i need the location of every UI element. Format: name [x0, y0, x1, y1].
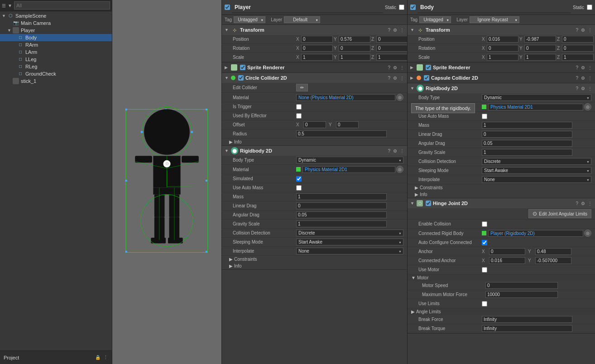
more-icon[interactable]: ⋮ — [400, 28, 404, 33]
body-position-x[interactable] — [487, 36, 518, 43]
body-rb-material-btn[interactable]: ◎ — [584, 103, 591, 110]
rb-material-select-btn[interactable]: ◎ — [396, 166, 403, 173]
break-force-input[interactable] — [482, 316, 572, 323]
settings-icon[interactable]: ⚙ — [393, 65, 397, 70]
use-auto-mass-checkbox[interactable] — [296, 185, 302, 191]
connected-rb-select-btn[interactable]: ◎ — [584, 230, 591, 237]
collider-material-input[interactable] — [296, 94, 395, 101]
scale-y[interactable] — [339, 54, 370, 61]
body-constraints-foldout[interactable]: ▶ Constraints — [408, 184, 595, 191]
body-layer-dropdown[interactable]: Ignore Raycast — [470, 16, 519, 23]
body-static-checkbox[interactable] — [587, 5, 592, 10]
tag-dropdown[interactable]: Untagged — [234, 16, 265, 23]
transform-header[interactable]: ▼ ⊹ Transform ? ⚙ ⋮ — [222, 25, 407, 35]
body-mass-input[interactable] — [482, 122, 572, 129]
edit-collider-button[interactable]: ✏ — [296, 84, 308, 91]
circle-collider-checkbox[interactable] — [238, 75, 244, 81]
body-rot-x[interactable] — [487, 45, 518, 52]
angle-limits-foldout[interactable]: ▶ Angle Limits — [408, 308, 595, 315]
body-transform-header[interactable]: ▼ ⊹ Transform ? ⚙ ⋮ — [408, 25, 595, 35]
enable-collision-checkbox[interactable] — [482, 221, 487, 227]
rotation-y[interactable] — [339, 45, 370, 52]
scale-z[interactable] — [376, 54, 407, 61]
body-interpolate-dropdown[interactable]: None — [482, 176, 591, 183]
body-gravity-scale-input[interactable] — [482, 149, 572, 156]
anchor-x[interactable] — [489, 248, 525, 255]
body-sprite-checkbox[interactable] — [426, 65, 431, 70]
search-input[interactable] — [14, 1, 110, 10]
scale-x[interactable] — [301, 54, 333, 61]
body-sleeping-mode-dropdown[interactable]: Start Awake — [482, 167, 591, 174]
more-icon[interactable]: ⋮ — [588, 28, 592, 33]
position-z[interactable] — [376, 36, 407, 43]
collision-detection-dropdown[interactable]: Discrete — [296, 230, 403, 236]
more-icon[interactable]: ⋮ — [588, 201, 592, 206]
body-rb-body-type-dropdown[interactable]: Dynamic — [482, 94, 591, 101]
rb-info-foldout[interactable]: ▶ Info — [222, 263, 407, 269]
linear-drag-input[interactable] — [296, 202, 387, 209]
connected-anchor-y[interactable] — [535, 257, 571, 264]
connected-anchor-x[interactable] — [489, 257, 525, 264]
info-foldout[interactable]: ▶ Info — [222, 139, 407, 145]
mass-input[interactable] — [296, 193, 387, 200]
body-angular-drag-input[interactable] — [482, 140, 572, 147]
more-icon[interactable]: ⋮ — [400, 148, 404, 153]
sprite-renderer-header[interactable]: ▶ Sprite Renderer ? ⚙ ⋮ — [222, 62, 407, 72]
position-x[interactable] — [301, 36, 333, 43]
hierarchy-item-samplescene[interactable]: ▼ ⬡ SampleScene — [0, 12, 112, 19]
hierarchy-item-groundcheck[interactable]: □ GroundCheck — [0, 70, 112, 77]
body-linear-drag-input[interactable] — [482, 131, 572, 138]
body-position-y[interactable] — [524, 36, 556, 43]
auto-configure-checkbox[interactable] — [482, 240, 487, 245]
anchor-y[interactable] — [535, 248, 571, 255]
body-rigidbody-header[interactable]: ▼ ⬤ Rigidbody 2D ? ⚙ ⋮ — [408, 83, 595, 93]
body-active-checkbox[interactable] — [410, 5, 416, 10]
radius-input[interactable] — [296, 130, 387, 137]
body-scale-x[interactable] — [487, 54, 518, 61]
settings-icon[interactable]: ⚙ — [581, 28, 585, 33]
more-icon[interactable]: ⋮ — [588, 86, 592, 91]
more-icon[interactable]: ⋮ — [400, 76, 404, 81]
player-rigidbody-header[interactable]: ▼ ⬤ Rigidbody 2D ? ⚙ ⋮ — [222, 146, 407, 156]
layer-dropdown[interactable]: Default — [284, 16, 320, 23]
hierarchy-item-body[interactable]: □ Body — [0, 34, 112, 41]
hierarchy-item-rleg[interactable]: □ RLeg — [0, 63, 112, 70]
more-icon[interactable]: ⋮ — [588, 65, 592, 70]
settings-icon[interactable]: ⚙ — [393, 28, 397, 33]
angular-drag-input[interactable] — [296, 211, 387, 218]
motor-foldout[interactable]: ▼ Motor — [408, 274, 595, 281]
body-position-z[interactable] — [562, 36, 594, 43]
more-icon[interactable]: ⋮ — [588, 76, 592, 81]
rotation-x[interactable] — [301, 45, 333, 52]
settings-icon[interactable]: ⚙ — [393, 76, 397, 81]
body-scale-y[interactable] — [524, 54, 556, 61]
body-rot-y[interactable] — [524, 45, 556, 52]
collider-material-select-btn[interactable]: ◎ — [396, 94, 403, 101]
hinge-joint-header[interactable]: ▼ ⬡ Hinge Joint 2D ? ⚙ ⋮ — [408, 198, 595, 208]
hinge-joint-checkbox[interactable] — [426, 201, 431, 206]
simulated-checkbox[interactable] — [296, 176, 302, 182]
hierarchy-item-rarm[interactable]: □ RArm — [0, 41, 112, 48]
more-icon[interactable]: ⋮ — [400, 65, 404, 70]
use-limits-checkbox[interactable] — [482, 301, 487, 307]
player-active-checkbox[interactable] — [225, 5, 230, 10]
hierarchy-item-player[interactable]: ▼ Player — [0, 27, 112, 34]
settings-icon[interactable]: ⚙ — [581, 76, 585, 81]
rotation-z[interactable] — [376, 45, 407, 52]
settings-icon[interactable]: ⚙ — [581, 201, 585, 206]
hierarchy-item-larm[interactable]: □ LArm — [0, 48, 112, 56]
interpolate-dropdown[interactable]: None — [296, 248, 403, 254]
position-y[interactable] — [339, 36, 370, 43]
settings-icon[interactable]: ⚙ — [581, 86, 585, 91]
body-sprite-renderer-header[interactable]: ▶ Sprite Renderer ? ⚙ ⋮ — [408, 62, 595, 72]
offset-y[interactable] — [336, 121, 359, 128]
max-motor-force-input[interactable] — [485, 291, 558, 298]
hierarchy-item-stick1[interactable]: stick_1 — [0, 77, 112, 85]
capsule-collider-header[interactable]: ▶ Capsule Collider 2D ? ⚙ ⋮ — [408, 73, 595, 83]
rb-material-input[interactable] — [302, 166, 395, 173]
body-rb-info-foldout[interactable]: ▶ Info — [408, 191, 595, 198]
settings-icon[interactable]: ⚙ — [393, 148, 397, 153]
lock-icon[interactable]: 🔒 — [95, 355, 101, 360]
motor-speed-input[interactable] — [485, 282, 558, 289]
body-rb-material-input[interactable] — [488, 104, 583, 110]
